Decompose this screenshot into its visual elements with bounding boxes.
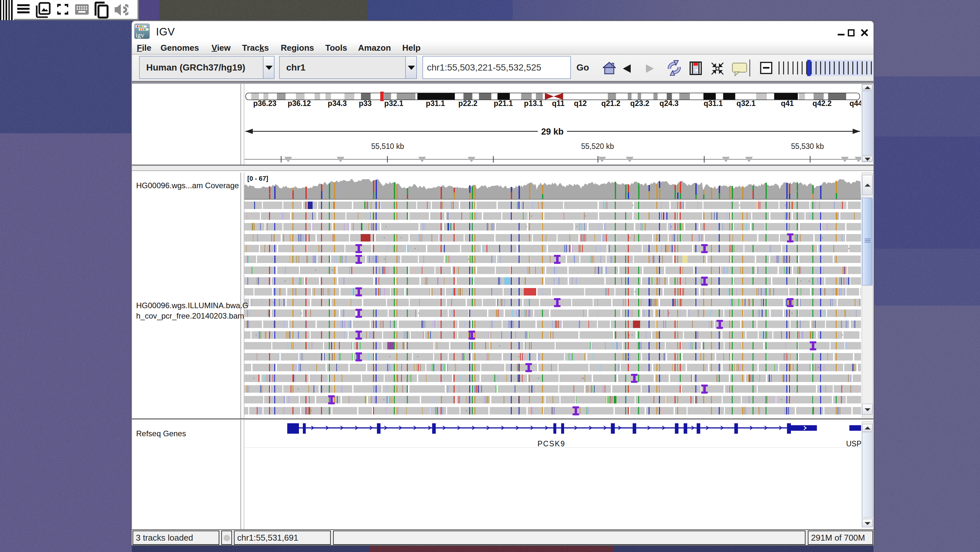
svg-text:p31.1: p31.1	[426, 99, 445, 108]
svg-text:USP24: USP24	[846, 440, 861, 448]
svg-text:p34.3: p34.3	[328, 99, 347, 108]
svg-text:p22.2: p22.2	[458, 99, 478, 108]
svg-text:q44: q44	[850, 99, 861, 108]
svg-text:p13.1: p13.1	[524, 99, 543, 108]
svg-text:q32.1: q32.1	[737, 99, 756, 108]
svg-text:55,530 kb: 55,530 kb	[791, 142, 824, 150]
svg-text:p21.1: p21.1	[494, 99, 513, 108]
svg-text:PCSK9: PCSK9	[538, 440, 565, 448]
svg-text:55,520 kb: 55,520 kb	[581, 142, 614, 150]
svg-text:p32.1: p32.1	[384, 99, 404, 108]
svg-text:p36.23: p36.23	[253, 99, 277, 108]
svg-text:p36.12: p36.12	[288, 99, 311, 108]
svg-text:q23.2: q23.2	[630, 99, 649, 108]
svg-text:55,510 kb: 55,510 kb	[371, 142, 404, 150]
svg-text:p33: p33	[359, 99, 372, 108]
svg-text:q41: q41	[781, 99, 794, 108]
svg-text:q21.2: q21.2	[601, 99, 620, 108]
svg-text:q12: q12	[574, 99, 587, 108]
svg-text:igv: igv	[135, 31, 144, 39]
svg-text:q31.1: q31.1	[704, 99, 723, 108]
svg-text:q42.2: q42.2	[813, 99, 832, 108]
svg-text:q24.3: q24.3	[660, 99, 679, 108]
svg-text:[0 - 67]: [0 - 67]	[247, 175, 268, 182]
svg-text:q11: q11	[552, 99, 565, 108]
svg-text:29 kb: 29 kb	[541, 127, 563, 137]
